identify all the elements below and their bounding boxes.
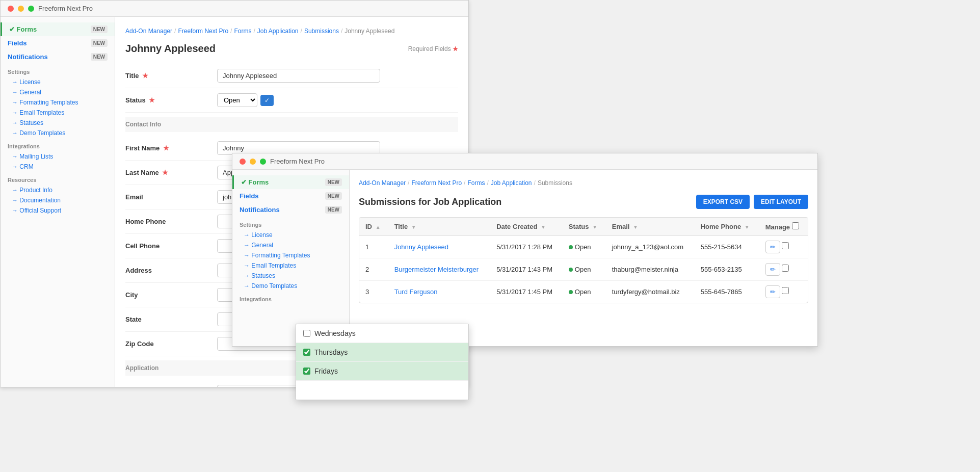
crm-link-bg[interactable]: → CRM <box>1 162 115 172</box>
cell-status-1: Open <box>563 236 606 258</box>
status-confirm-btn-bg[interactable]: ✓ <box>260 95 274 106</box>
general-link-bg[interactable]: → General <box>1 87 115 97</box>
wednesday-checkbox[interactable] <box>303 330 310 337</box>
fields-badge: NEW <box>91 39 108 47</box>
select-all-checkbox[interactable] <box>792 222 799 229</box>
breadcrumb-forms-bg[interactable]: Forms <box>234 28 251 35</box>
edit-layout-button[interactable]: EDIT LAYOUT <box>754 195 808 209</box>
breadcrumb-freeform-mid[interactable]: Freeform Next Pro <box>411 179 462 187</box>
notifications-nav-label: Notifications <box>8 53 48 61</box>
export-csv-button[interactable]: EXPORT CSV <box>696 195 750 209</box>
title-input-bg[interactable] <box>217 69 380 83</box>
email-templates-link-mid[interactable]: → Email Templates <box>232 260 349 271</box>
minimize-dot-mid[interactable] <box>250 159 256 165</box>
homephone-label-bg: Home Phone <box>125 218 217 225</box>
cell-id-2: 2 <box>359 258 388 281</box>
breadcrumb-addon-manager-mid[interactable]: Add-On Manager <box>359 179 406 187</box>
product-info-link-bg[interactable]: → Product Info <box>1 185 115 195</box>
breadcrumb-freeform-bg[interactable]: Freeform Next Pro <box>178 28 228 35</box>
col-manage: Manage <box>759 218 808 236</box>
demo-templates-link-bg[interactable]: → Demo Templates <box>1 128 115 138</box>
notifications-badge-mid: NEW <box>325 206 342 214</box>
fields-nav-label-mid: Fields <box>240 192 259 200</box>
maximize-dot-mid[interactable] <box>260 159 266 165</box>
form-header-bg: Johnny Appleseed Required Fields ★ <box>125 43 458 55</box>
edit-button-3[interactable]: ✏ <box>765 285 780 298</box>
license-link-bg[interactable]: → License <box>1 77 115 87</box>
formatting-templates-link-mid[interactable]: → Formatting Templates <box>232 250 349 260</box>
statuses-link-bg[interactable]: → Statuses <box>1 118 115 128</box>
edit-button-1[interactable]: ✏ <box>765 241 780 253</box>
status-select-bg[interactable]: Open Closed <box>217 93 257 107</box>
lastname-label-bg: Last Name ★ <box>125 169 217 176</box>
close-dot-mid[interactable] <box>240 159 246 165</box>
address-label-bg: Address <box>125 267 217 274</box>
form-title-bg: Johnny Appleseed <box>125 43 216 55</box>
thursday-checkbox[interactable] <box>303 349 310 356</box>
required-note-bg: Required Fields ★ <box>408 45 458 53</box>
demo-templates-link-mid[interactable]: → Demo Templates <box>232 281 349 291</box>
edit-button-2[interactable]: ✏ <box>765 263 780 276</box>
maximize-dot[interactable] <box>28 6 34 12</box>
statuses-link-mid[interactable]: → Statuses <box>232 271 349 281</box>
city-label-bg: City <box>125 291 217 299</box>
submissions-table-wrapper: ID ▲ Title ▼ Date Created ▼ Status ▼ Ema… <box>359 217 808 303</box>
titlebar-bg: Freeform Next Pro <box>1 1 468 17</box>
wednesday-label: Wednesdays <box>314 329 356 337</box>
mailing-lists-link-bg[interactable]: → Mailing Lists <box>1 151 115 162</box>
col-date[interactable]: Date Created ▼ <box>490 218 563 236</box>
sidebar-item-forms-bg[interactable]: ✔ Forms NEW <box>1 22 115 36</box>
license-link-mid[interactable]: → License <box>232 230 349 240</box>
submissions-area: Add-On Manager / Freeform Next Pro / For… <box>350 170 817 346</box>
cell-email-2: thaburg@meister.ninja <box>606 258 695 281</box>
row-checkbox-2[interactable] <box>782 265 789 272</box>
friday-checkbox[interactable] <box>303 368 310 375</box>
cell-date-2: 5/31/2017 1:43 PM <box>490 258 563 281</box>
col-title[interactable]: Title ▼ <box>388 218 491 236</box>
submissions-table: ID ▲ Title ▼ Date Created ▼ Status ▼ Ema… <box>359 218 808 303</box>
status-dot-2 <box>569 268 573 272</box>
breadcrumb-job-app-bg[interactable]: Job Application <box>257 28 299 35</box>
row-checkbox-3[interactable] <box>782 287 789 294</box>
table-row: 2 Burgermeister Meisterburger 5/31/2017 … <box>359 258 808 281</box>
documentation-link-bg[interactable]: → Documentation <box>1 195 115 205</box>
breadcrumb-job-app-mid[interactable]: Job Application <box>491 179 532 187</box>
formatting-templates-link-bg[interactable]: → Formatting Templates <box>1 97 115 108</box>
cell-status-3: Open <box>563 281 606 303</box>
col-email[interactable]: Email ▼ <box>606 218 695 236</box>
sidebar-item-fields-bg[interactable]: Fields NEW <box>1 36 115 50</box>
row-checkbox-1[interactable] <box>782 242 789 249</box>
zip-label-bg: Zip Code <box>125 340 217 348</box>
day-item-thursday[interactable]: Thursdays <box>296 343 468 362</box>
breadcrumb-submissions-bg[interactable]: Submissions <box>304 28 339 35</box>
cell-date-3: 5/31/2017 1:45 PM <box>490 281 563 303</box>
sidebar-item-forms-mid[interactable]: ✔ Forms NEW <box>232 175 349 189</box>
resources-section-bg: Resources <box>1 172 115 185</box>
cell-manage-2: ✏ <box>759 258 808 281</box>
cell-date-1: 5/31/2017 1:28 PM <box>490 236 563 258</box>
submission-link-2[interactable]: Burgermeister Meisterburger <box>394 266 479 273</box>
breadcrumb-addon-manager-bg[interactable]: Add-On Manager <box>125 28 172 35</box>
col-id[interactable]: ID ▲ <box>359 218 388 236</box>
window-title-bg: Freeform Next Pro <box>38 5 93 12</box>
submissions-title: Submissions for Job Application <box>359 197 501 207</box>
sidebar-item-fields-mid[interactable]: Fields NEW <box>232 189 349 203</box>
sidebar-bg: ✔ Forms NEW Fields NEW Notifications NEW… <box>1 17 115 387</box>
breadcrumb-current-bg: Johnny Appleseed <box>345 28 394 35</box>
sidebar-item-notifications-mid[interactable]: Notifications NEW <box>232 203 349 217</box>
col-phone[interactable]: Home Phone ▼ <box>695 218 759 236</box>
day-item-wednesday[interactable]: Wednesdays <box>296 324 468 343</box>
general-link-mid[interactable]: → General <box>232 240 349 250</box>
minimize-dot[interactable] <box>18 6 24 12</box>
official-support-link-bg[interactable]: → Official Support <box>1 205 115 216</box>
col-status[interactable]: Status ▼ <box>563 218 606 236</box>
table-header-row: ID ▲ Title ▼ Date Created ▼ Status ▼ Ema… <box>359 218 808 236</box>
breadcrumb-forms-mid[interactable]: Forms <box>467 179 485 187</box>
submission-link-1[interactable]: Johnny Appleseed <box>394 243 448 251</box>
submission-link-3[interactable]: Turd Ferguson <box>394 288 438 296</box>
sidebar-item-notifications-bg[interactable]: Notifications NEW <box>1 50 115 64</box>
email-templates-link-bg[interactable]: → Email Templates <box>1 108 115 118</box>
day-item-friday[interactable]: Fridays <box>296 362 468 381</box>
integrations-section-mid: Integrations <box>232 291 349 304</box>
close-dot[interactable] <box>8 6 14 12</box>
